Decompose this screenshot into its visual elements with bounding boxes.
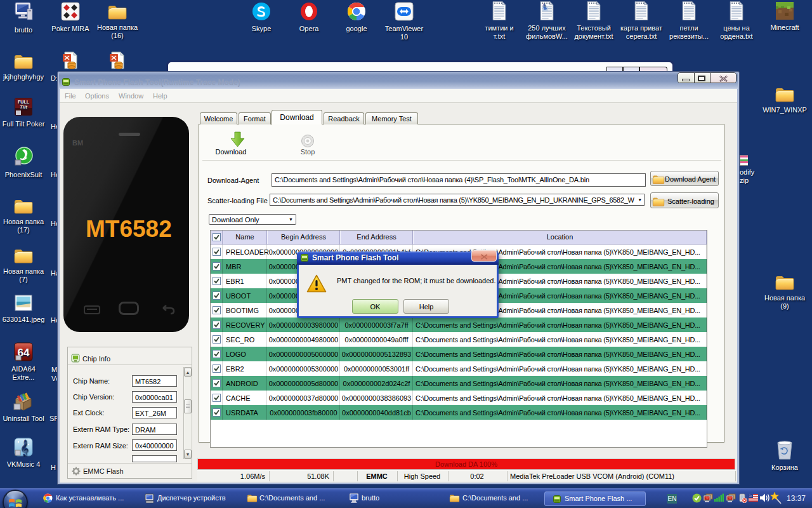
- svg-text:Tilt: Tilt: [20, 104, 27, 110]
- svg-text:𝄞: 𝄞: [20, 439, 28, 457]
- svg-text:A: A: [542, 2, 546, 6]
- svg-text:FULL: FULL: [18, 100, 30, 104]
